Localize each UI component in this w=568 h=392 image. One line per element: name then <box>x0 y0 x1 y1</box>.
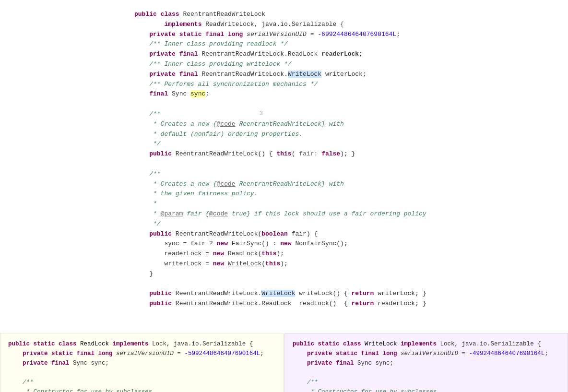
code-line: public ReentrantReadWriteLock(boolean fa… <box>134 229 568 239</box>
comment-line: * Constructor for use by subclasses <box>293 387 560 392</box>
panel-line: private final Sync sync; <box>8 358 275 368</box>
blank-line <box>134 159 568 169</box>
code-line: sync = fair ? new FairSync() : new Nonfa… <box>134 239 568 249</box>
panel-header: public static class WriteLock implements… <box>293 339 560 349</box>
comment-line: * Creates a new {@code ReentrantReadWrit… <box>134 179 568 190</box>
code-line: writerLock = new WriteLock(this); <box>134 259 568 269</box>
comment-line: /** <box>293 378 560 387</box>
comment-line: /** Inner class providing readlock */ <box>134 39 568 49</box>
blank-line <box>134 279 568 289</box>
comment-line: * @param fair {@code true} if this lock … <box>134 209 568 219</box>
comment-line: * Constructor for use by subclasses <box>8 387 275 392</box>
blank-line <box>8 368 275 378</box>
panel-line: private static final long serialVersionU… <box>293 349 560 358</box>
code-line: private static final long serialVersionU… <box>134 30 568 40</box>
line-number: 3 <box>253 109 263 118</box>
code-line: public ReentrantReadWriteLock.ReadLock r… <box>134 299 568 309</box>
code-line: implements ReadWriteLock, java.io.Serial… <box>134 20 568 30</box>
comment-line: /** Performs all synchronization mechani… <box>134 80 568 90</box>
code-line: public class ReentrantReadWriteLock <box>134 10 568 20</box>
code-line: public ReentrantReadWriteLock.WriteLock … <box>134 289 568 299</box>
panel-header: public static class ReadLock implements … <box>8 339 275 349</box>
code-line: public ReentrantReadWriteLock() { this( … <box>134 149 568 159</box>
page: public class ReentrantReadWriteLock impl… <box>0 0 568 392</box>
comment-line: */ <box>134 219 568 229</box>
comment-line: * <box>134 199 568 209</box>
code-line: final Sync sync; <box>134 89 568 99</box>
comment-line: /** <box>134 169 568 179</box>
code-line: } <box>134 269 568 279</box>
comment-line: * the given fairness policy. <box>134 189 568 199</box>
comment-line: /** <box>134 109 568 119</box>
comment-line: /** Inner class providing writelock */ <box>134 59 568 70</box>
comment-line: /** <box>8 378 275 387</box>
code-line: private final ReentrantReadWriteLock.Wri… <box>134 70 568 80</box>
blank-line <box>134 99 568 109</box>
comment-line: * Creates a new {@code ReentrantReadWrit… <box>134 119 568 130</box>
comment-line: * default (nonfair) ordering properties. <box>134 130 568 140</box>
code-line: private final ReentrantReadWriteLock.Rea… <box>134 49 568 59</box>
code-line: readerLock = new ReadLock(this); <box>134 249 568 259</box>
top-code-section: public class ReentrantReadWriteLock impl… <box>0 0 568 319</box>
blank-line <box>293 368 560 378</box>
comment-line: */ <box>134 139 568 149</box>
writelock-panel: public static class WriteLock implements… <box>284 333 568 392</box>
readlock-panel: public static class ReadLock implements … <box>0 333 284 392</box>
panel-line: private static final long serialVersionU… <box>8 349 275 358</box>
bottom-section: public static class ReadLock implements … <box>0 333 568 392</box>
panel-line: private final Sync sync; <box>293 358 560 368</box>
